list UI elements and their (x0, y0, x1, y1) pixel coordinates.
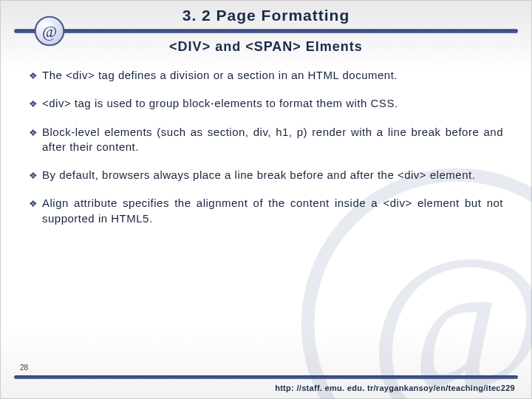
bullet-item: ❖ <div> tag is used to group block-eleme… (29, 96, 503, 111)
slide-subtitle: <DIV> and <SPAN> Elments (1, 39, 531, 55)
bullet-text: <div> tag is used to group block-element… (42, 96, 503, 111)
diamond-bullet-icon: ❖ (29, 69, 42, 83)
slide-title: 3. 2 Page Formatting (1, 7, 531, 24)
bullet-item: ❖ Block-level elements (such as section,… (29, 125, 503, 155)
at-sign-icon: @ (34, 16, 65, 47)
bullet-item: ❖ Align attribute specifies the alignmen… (29, 196, 503, 226)
slide-header: 3. 2 Page Formatting (1, 1, 531, 24)
diamond-bullet-icon: ❖ (29, 126, 42, 140)
diamond-bullet-icon: ❖ (29, 169, 42, 183)
diamond-bullet-icon: ❖ (29, 98, 42, 111)
content-area: ❖ The <div> tag defines a division or a … (1, 55, 531, 226)
page-number: 28 (20, 364, 28, 372)
bullet-text: By default, browsers always place a line… (42, 168, 503, 183)
bullet-text: Align attribute specifies the alignment … (42, 196, 503, 226)
svg-text:@: @ (368, 216, 532, 399)
slide: @ @ 3. 2 Page Formatting <DIV> and <SPAN… (0, 0, 532, 399)
bullet-item: ❖ By default, browsers always place a li… (29, 168, 503, 183)
svg-text:@: @ (42, 23, 57, 41)
diamond-bullet-icon: ❖ (29, 197, 42, 211)
bullet-text: Block-level elements (such as section, d… (42, 125, 503, 155)
footer-url: http: //staff. emu. edu. tr/raygankansoy… (275, 383, 515, 392)
bullet-item: ❖ The <div> tag defines a division or a … (29, 68, 503, 83)
bullet-text: The <div> tag defines a division or a se… (42, 68, 503, 83)
header-divider (14, 29, 518, 33)
footer-divider (14, 375, 518, 379)
